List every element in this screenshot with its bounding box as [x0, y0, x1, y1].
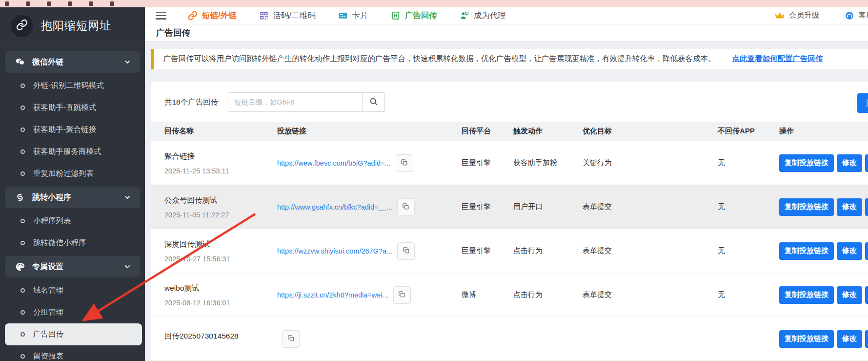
platform-cell: 巨量引擎: [462, 202, 513, 212]
copy-icon: [398, 290, 406, 300]
copy-link-button[interactable]: [397, 242, 415, 260]
bullet-icon: [20, 354, 25, 359]
nav-item-label: 会员升级: [789, 10, 819, 21]
delete-button[interactable]: 删除: [865, 198, 868, 216]
sidebar-group-label: 微信外链: [32, 57, 63, 67]
copy-launch-link-button[interactable]: 复制投放链接: [779, 242, 834, 260]
platform-cell: 巨量引擎: [462, 158, 513, 168]
delete-button[interactable]: 删除: [865, 154, 868, 172]
sidebar-item-label: 外链-识别二维码模式: [33, 81, 104, 91]
top-nav-item[interactable]: 活码/二维码: [259, 10, 316, 21]
edit-button[interactable]: 修改: [837, 154, 862, 172]
edit-button[interactable]: 修改: [837, 198, 862, 216]
callback-name-cell: 公众号回传测试 2025-11-05 11:22:27: [164, 195, 277, 219]
column-header: 投放链接: [277, 127, 462, 136]
top-nav-right-item[interactable]: 会员升级: [775, 10, 819, 21]
nav-item-label: 广告回传: [405, 10, 437, 21]
nav-item-icon: [259, 11, 269, 21]
copy-launch-link-button[interactable]: 复制投放链接: [779, 154, 834, 172]
sidebar-item[interactable]: 分组管理: [0, 301, 145, 323]
copy-launch-link-button[interactable]: 复制投放链接: [779, 330, 834, 348]
launch-link[interactable]: http://www.gsahfx.cn/bfkc?adid=__...: [277, 203, 392, 211]
nav-item-icon: [775, 11, 785, 21]
sidebar-item-label: 广告回传: [33, 329, 63, 340]
sidebar-item[interactable]: 获客助手-直跳模式: [0, 97, 145, 119]
sidebar-group-header[interactable]: 微信外链: [5, 51, 140, 73]
column-header: 回传名称: [164, 127, 277, 136]
top-nav-item[interactable]: 卡片: [338, 10, 368, 21]
copy-link-button[interactable]: [396, 154, 413, 172]
sidebar-item-label: 小程序列表: [33, 216, 71, 226]
callback-name-cell: 聚合链接 2025-11-25 13:53:11: [164, 151, 277, 175]
sidebar-logo-row: 抱阳缩短网址: [0, 7, 145, 44]
callback-name-cell: 深度回传测试 2025-10-27 15:56:31: [164, 239, 277, 263]
nav-item-icon: [460, 11, 469, 21]
nav-item-icon: [188, 11, 198, 21]
hamburger-icon[interactable]: [156, 12, 166, 20]
sidebar-item[interactable]: 域名管理: [0, 279, 145, 301]
browser-glyph-icon: [68, 1, 72, 6]
add-callback-button[interactable]: 添加广告回传: [857, 93, 868, 113]
bullet-icon: [20, 332, 25, 337]
chevron-down-icon[interactable]: [123, 193, 131, 201]
search-button[interactable]: [363, 92, 385, 112]
column-header: 不回传APP: [718, 127, 779, 136]
sidebar-item[interactable]: 小程序列表: [0, 210, 145, 232]
goal-cell: 表单提交: [583, 290, 718, 299]
no-app-cell: 无: [718, 202, 779, 212]
copy-link-button[interactable]: [397, 198, 415, 216]
browser-glyph-icon: [26, 1, 30, 6]
sidebar-menu: 微信外链 外链-识别二维码模式 获客助手-直跳模式: [0, 44, 145, 361]
bullet-icon: [20, 149, 25, 154]
top-nav-item[interactable]: 成为代理: [460, 10, 506, 21]
nav-item-label: 短链/外链: [202, 10, 237, 21]
copy-icon: [287, 334, 295, 344]
copy-link-button[interactable]: [393, 286, 411, 304]
table-row: 聚合链接 2025-11-25 13:53:11 https://wew.fbe…: [151, 141, 868, 185]
copy-launch-link-button[interactable]: 复制投放链接: [779, 286, 834, 304]
sidebar-item[interactable]: 重复加粉过滤列表: [0, 163, 145, 185]
chevron-down-icon[interactable]: [123, 263, 131, 271]
sidebar-item[interactable]: 获客助手-聚合链接: [0, 119, 145, 141]
delete-button[interactable]: 删除: [865, 242, 868, 260]
sidebar-item[interactable]: 获客助手服务商模式: [0, 141, 145, 163]
top-nav-right-item[interactable]: 客服: [845, 10, 868, 21]
actions-cell: 复制投放链接 修改 删除: [779, 154, 868, 172]
callback-name-cell: 回传20250730145628: [164, 331, 277, 347]
sidebar-item-label: 获客助手-聚合链接: [33, 125, 96, 135]
edit-button[interactable]: 修改: [837, 242, 862, 260]
goal-cell: 表单提交: [583, 246, 718, 255]
copy-launch-link-button[interactable]: 复制投放链接: [779, 198, 834, 216]
sidebar-group-header[interactable]: 专属设置: [5, 256, 140, 277]
search-input[interactable]: [228, 92, 363, 112]
notice-config-link[interactable]: 点此查看如何配置广告回传: [732, 54, 823, 64]
platform-cell: 巨量引擎: [462, 246, 513, 255]
copy-link-button[interactable]: [282, 330, 300, 348]
launch-link[interactable]: https://wew.fbevc.com/b5iG?adid=...: [277, 159, 391, 167]
sidebar-item[interactable]: 广告回传: [5, 323, 142, 345]
delete-button[interactable]: 删除: [865, 286, 868, 304]
no-app-cell: 无: [718, 158, 779, 168]
launch-link[interactable]: https://ji.szzit.cn/2kh0?media=wei...: [277, 291, 388, 299]
nav-item-icon: [845, 11, 854, 21]
column-header: 操作: [779, 127, 868, 136]
edit-button[interactable]: 修改: [837, 286, 862, 304]
actions-cell: 复制投放链接 修改 删除: [779, 330, 868, 348]
edit-button[interactable]: 修改: [837, 330, 862, 348]
column-header: 优化目标: [583, 127, 718, 136]
top-nav-item[interactable]: 广告回传: [391, 10, 437, 21]
trigger-cell: 获客助手加粉: [513, 158, 583, 168]
callback-created-time: 2025-11-25 13:53:11: [164, 167, 277, 175]
callback-name-cell: weibo测试 2025-08-12 16:36:01: [164, 283, 277, 307]
copy-icon: [402, 202, 410, 212]
sidebar-item[interactable]: 跳转微信小程序: [0, 232, 145, 254]
sidebar-item[interactable]: 外链-识别二维码模式: [0, 75, 145, 97]
sidebar-item[interactable]: 留资报表: [0, 345, 145, 361]
sidebar-group-header[interactable]: 跳转小程序: [5, 187, 140, 208]
top-nav-item[interactable]: 短链/外链: [188, 10, 237, 21]
delete-button[interactable]: 删除: [865, 330, 868, 348]
trigger-cell: 用户开口: [513, 202, 583, 212]
chevron-down-icon[interactable]: [123, 58, 131, 66]
bullet-icon: [20, 241, 25, 245]
launch-link[interactable]: https://wzzvw.shiyisui.com/267G?a...: [277, 247, 392, 255]
